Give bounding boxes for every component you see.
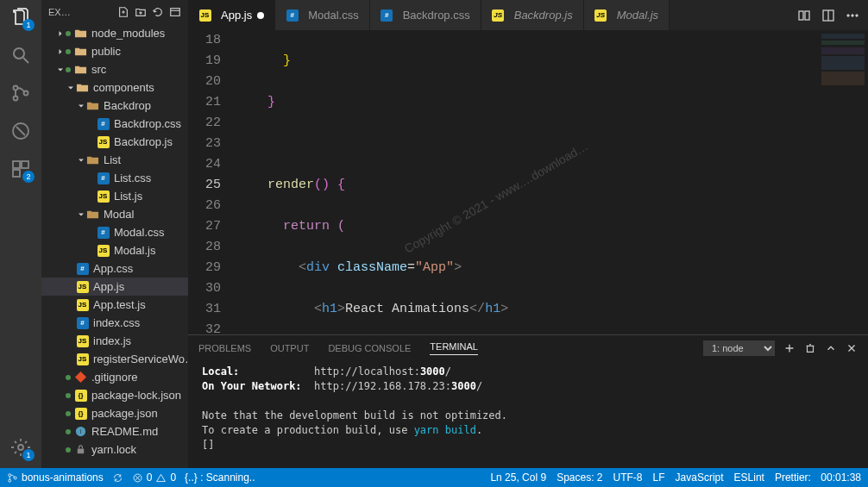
language-status[interactable]: {..} : Scanning..	[185, 471, 255, 484]
file-tree[interactable]: node_modulespublicsrccomponentsBackdrop#…	[41, 24, 188, 468]
tree-item[interactable]: #App.css	[41, 259, 188, 278]
tree-item[interactable]: JSModal.js	[41, 241, 188, 259]
panel-tab[interactable]: OUTPUT	[270, 343, 309, 353]
svg-rect-7	[13, 161, 20, 168]
tree-item[interactable]: .gitignore	[41, 368, 188, 386]
sync-status[interactable]	[112, 472, 123, 484]
tree-item-label: Modal.css	[114, 226, 165, 239]
problems-status[interactable]: 0 0	[132, 471, 176, 484]
tree-item-label: Modal	[104, 208, 134, 221]
tree-item[interactable]: JSList.js	[41, 187, 188, 205]
extensions-badge: 2	[22, 171, 35, 183]
tree-item-label: yarn.lock	[91, 443, 136, 456]
svg-point-0	[14, 48, 24, 59]
refresh-icon[interactable]	[152, 6, 164, 18]
tree-item[interactable]: JSApp.test.js	[41, 296, 188, 314]
branch-status[interactable]: bonus-animations	[7, 471, 104, 484]
tree-item[interactable]: public	[41, 42, 188, 60]
dirty-indicator	[257, 12, 264, 19]
svg-rect-9	[13, 170, 20, 177]
tree-item[interactable]: {}package.json	[41, 404, 188, 422]
panel-tab[interactable]: PROBLEMS	[198, 343, 251, 353]
kill-terminal-icon[interactable]	[804, 342, 816, 354]
svg-rect-15	[799, 11, 803, 20]
eslint-status[interactable]: ESLint	[734, 471, 764, 484]
svg-point-22	[9, 473, 11, 476]
maximize-panel-icon[interactable]	[825, 342, 837, 354]
cursor-position[interactable]: Ln 25, Col 9	[490, 471, 546, 484]
more-icon[interactable]	[846, 9, 859, 22]
tree-item[interactable]: {}package-lock.json	[41, 386, 188, 404]
sidebar-title: EX…	[48, 7, 71, 17]
tree-item[interactable]: #Backdrop.css	[41, 115, 188, 133]
tree-item[interactable]: JSindex.js	[41, 332, 188, 350]
tree-item[interactable]: JSBackdrop.js	[41, 133, 188, 151]
encoding-status[interactable]: UTF-8	[613, 471, 643, 484]
new-terminal-icon[interactable]	[783, 342, 796, 354]
svg-point-24	[14, 477, 16, 479]
prettier-status[interactable]: Prettier: 00:01:38	[775, 471, 861, 484]
activity-bar: 1 2 1	[0, 0, 41, 468]
extensions-icon[interactable]: 2	[10, 159, 31, 179]
tree-item-label: index.css	[93, 316, 140, 329]
tree-item-label: Backdrop	[104, 99, 151, 112]
editor-tab[interactable]: JSModal.js	[584, 0, 670, 30]
tree-item-label: List.js	[114, 190, 142, 203]
svg-rect-16	[805, 11, 809, 20]
code-editor[interactable]: 18192021222324252627282930313233 } } ren…	[188, 30, 868, 334]
search-icon[interactable]	[10, 45, 31, 66]
tree-item-label: README.md	[91, 425, 158, 438]
eol-status[interactable]: LF	[653, 471, 665, 484]
tree-item[interactable]: #Modal.css	[41, 223, 188, 241]
editor-tab[interactable]: #Backdrop.css	[370, 0, 481, 30]
sidebar: EX… node_modulespublicsrccomponentsBackd…	[41, 0, 188, 468]
tab-label: Backdrop.js	[514, 9, 573, 22]
tree-item[interactable]: JSApp.js	[41, 278, 188, 296]
terminal-content[interactable]: Local: http://localhost:3000/ On Your Ne…	[188, 361, 868, 468]
compare-icon[interactable]	[797, 9, 811, 22]
terminal-select[interactable]: 1: node	[703, 340, 775, 356]
tree-item[interactable]: #index.css	[41, 314, 188, 332]
tree-item-label: Backdrop.css	[114, 117, 181, 130]
tree-item[interactable]: iREADME.md	[41, 422, 188, 440]
tree-item-label: node_modules	[91, 27, 165, 40]
editor-tab[interactable]: JSBackdrop.js	[481, 0, 584, 30]
panel-tab[interactable]: TERMINAL	[430, 341, 478, 355]
tree-item[interactable]: #List.css	[41, 169, 188, 187]
panel-tab[interactable]: DEBUG CONSOLE	[328, 343, 411, 353]
close-panel-icon[interactable]	[846, 342, 858, 354]
svg-point-23	[9, 479, 11, 482]
tree-item[interactable]: src	[41, 60, 188, 78]
language-mode[interactable]: JavaScript	[676, 471, 724, 484]
tree-item[interactable]: node_modules	[41, 24, 188, 42]
tree-item[interactable]: components	[41, 78, 188, 97]
tree-item-label: src	[91, 63, 106, 76]
source-control-icon[interactable]	[10, 83, 31, 103]
tab-label: App.js	[221, 9, 252, 22]
indent-status[interactable]: Spaces: 2	[557, 471, 602, 484]
tree-item[interactable]: List	[41, 151, 188, 169]
new-folder-icon[interactable]	[135, 6, 147, 18]
debug-icon[interactable]	[10, 121, 31, 141]
tree-item[interactable]: JSregisterServiceWo…	[41, 350, 188, 368]
tree-item-label: registerServiceWo…	[93, 353, 188, 365]
minimap[interactable]	[816, 30, 868, 334]
tree-item[interactable]: Backdrop	[41, 97, 188, 115]
panel: PROBLEMSOUTPUTDEBUG CONSOLETERMINAL 1: n…	[188, 334, 868, 468]
code-content: } } render() { return ( <div className="…	[235, 30, 816, 334]
split-editor-icon[interactable]	[821, 9, 835, 22]
svg-rect-8	[22, 161, 28, 168]
editor-tab[interactable]: JSApp.js	[188, 0, 275, 30]
tree-item[interactable]: yarn.lock	[41, 440, 188, 459]
explorer-icon[interactable]: 1	[10, 7, 31, 28]
settings-icon[interactable]: 1	[10, 437, 31, 458]
status-bar: bonus-animations 0 0 {..} : Scanning.. L…	[0, 468, 868, 487]
watermark: Copyright © 2021 - www.…download…	[400, 136, 592, 259]
tree-item-label: package.json	[91, 407, 158, 420]
new-file-icon[interactable]	[117, 6, 129, 18]
svg-point-10	[18, 445, 23, 450]
editor-tab[interactable]: #Modal.css	[275, 0, 370, 30]
svg-point-20	[852, 14, 853, 16]
tree-item[interactable]: Modal	[41, 205, 188, 223]
collapse-icon[interactable]	[169, 6, 181, 18]
